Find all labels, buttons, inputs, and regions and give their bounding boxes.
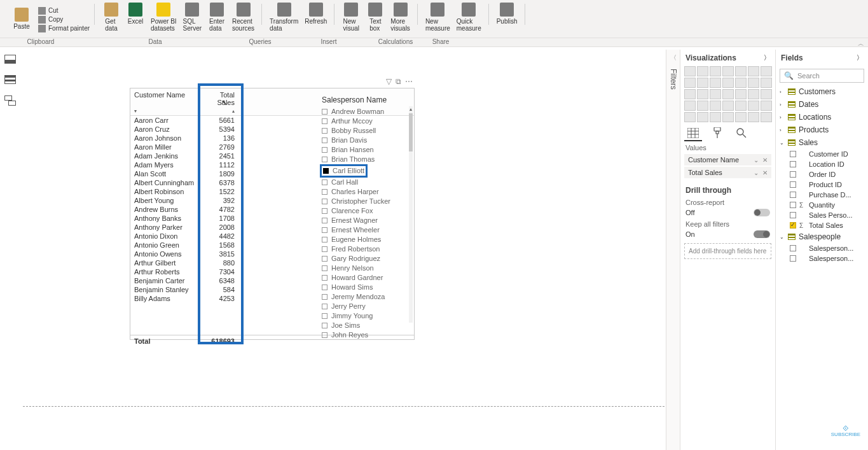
expand-filters-chevron[interactable]: 〈 xyxy=(670,53,677,62)
fields-search-input[interactable]: 🔍 Search xyxy=(780,69,864,83)
cut-button[interactable]: Cut xyxy=(38,7,90,15)
enter-data-button[interactable]: Enter data xyxy=(205,1,228,33)
more-visuals-button[interactable]: More visuals xyxy=(388,1,413,33)
field-item[interactable]: Purchase D... xyxy=(776,190,868,200)
slicer-option[interactable]: Christopher Tucker xyxy=(322,197,455,206)
new-measure-button[interactable]: New measure xyxy=(423,1,453,33)
viz-type-icon[interactable] xyxy=(748,89,759,99)
viz-type-icon[interactable] xyxy=(684,112,696,122)
focus-mode-icon[interactable]: ⧉ xyxy=(396,77,401,86)
slicer-visual[interactable]: Salesperson Name Andrew BowmanArthur Mcc… xyxy=(322,95,455,340)
slicer-option[interactable]: Ernest Wheeler xyxy=(322,225,455,235)
field-item[interactable]: ΣQuantity xyxy=(776,200,868,210)
viz-type-icon[interactable] xyxy=(761,101,772,111)
get-data-button[interactable]: Get data xyxy=(100,1,123,33)
recent-sources-button[interactable]: Recent sources xyxy=(230,1,257,33)
slicer-option[interactable]: Brian Thomas xyxy=(322,155,455,164)
remove-field-icon[interactable]: ✕ xyxy=(762,169,768,176)
slicer-option[interactable]: Howard Sims xyxy=(322,283,455,292)
field-checkbox[interactable] xyxy=(790,192,796,198)
slicer-option[interactable]: Clarence Fox xyxy=(322,206,455,216)
chevron-down-icon[interactable]: ⌄ xyxy=(754,169,759,176)
viz-type-icon[interactable] xyxy=(697,101,708,111)
field-checkbox[interactable] xyxy=(790,245,796,251)
collapse-viz-chevron[interactable]: 〉 xyxy=(764,53,770,62)
model-view-icon[interactable] xyxy=(4,95,16,104)
field-item[interactable]: Order ID xyxy=(776,169,868,179)
field-item[interactable]: Product ID xyxy=(776,179,868,190)
field-item[interactable]: Salesperson... xyxy=(776,253,868,264)
sql-server-button[interactable]: SQL Server xyxy=(181,1,204,33)
viz-type-icon[interactable] xyxy=(722,78,734,88)
slicer-option[interactable]: Henry Nelson xyxy=(322,264,455,273)
publish-button[interactable]: Publish xyxy=(494,1,520,26)
excel-button[interactable]: Excel xyxy=(124,1,147,33)
col-header-customer[interactable]: Customer Name▾ xyxy=(130,88,199,116)
quick-measure-button[interactable]: Quick measure xyxy=(454,1,484,33)
filter-icon[interactable]: ▽ xyxy=(386,77,392,86)
viz-type-icon[interactable] xyxy=(735,89,747,99)
slicer-option[interactable]: Andrew Bowman xyxy=(322,107,455,116)
slicer-option[interactable]: Eugene Holmes xyxy=(322,235,455,244)
field-checkbox[interactable] xyxy=(790,181,796,188)
viz-type-icon[interactable] xyxy=(748,78,759,88)
slicer-option[interactable]: Jeremy Mendoza xyxy=(322,292,455,302)
viz-type-icon[interactable] xyxy=(684,101,696,111)
collapse-ribbon-caret[interactable]: ︿ xyxy=(858,39,864,48)
viz-type-icon[interactable] xyxy=(697,78,708,88)
field-checkbox[interactable] xyxy=(790,171,796,178)
slicer-option[interactable]: Ernest Wagner xyxy=(322,216,455,225)
report-canvas[interactable]: ▽ ⧉ ⋯ Customer Name▾ Total Sales▴ Aaron … xyxy=(23,50,665,450)
viz-type-icon[interactable] xyxy=(684,66,696,76)
field-checkbox[interactable] xyxy=(790,151,796,157)
viz-type-icon[interactable] xyxy=(761,66,772,76)
format-tab-icon[interactable] xyxy=(711,127,724,139)
viz-type-icon[interactable] xyxy=(761,89,772,99)
field-table-header[interactable]: ›Products xyxy=(776,123,868,136)
slicer-option[interactable]: Brian Davis xyxy=(322,136,455,145)
viz-type-icon[interactable] xyxy=(710,89,721,99)
viz-type-icon[interactable] xyxy=(761,112,772,122)
field-item[interactable]: Customer ID xyxy=(776,149,868,159)
slicer-option[interactable]: Jimmy Young xyxy=(322,311,455,321)
report-view-icon[interactable] xyxy=(4,55,16,64)
chevron-down-icon[interactable]: ⌄ xyxy=(754,157,759,164)
copy-button[interactable]: Copy xyxy=(38,16,90,24)
field-table-header[interactable]: ›Dates xyxy=(776,98,868,111)
field-checkbox[interactable] xyxy=(790,202,796,208)
field-item[interactable]: Sales Perso... xyxy=(776,210,868,220)
viz-type-icon[interactable] xyxy=(748,101,759,111)
viz-type-icon[interactable] xyxy=(697,89,708,99)
slicer-option[interactable]: Fred Robertson xyxy=(322,244,455,254)
viz-type-icon[interactable] xyxy=(735,78,747,88)
viz-type-icon[interactable] xyxy=(722,66,734,76)
refresh-button[interactable]: Refresh xyxy=(302,1,329,33)
field-table-header[interactable]: ⌄Sales xyxy=(776,136,868,149)
viz-type-icon[interactable] xyxy=(697,66,708,76)
viz-type-icon[interactable] xyxy=(722,112,734,122)
slicer-option[interactable]: John Reyes xyxy=(322,330,455,340)
viz-type-icon[interactable] xyxy=(710,78,721,88)
more-options-icon[interactable]: ⋯ xyxy=(405,77,413,86)
viz-type-icon[interactable] xyxy=(748,112,759,122)
field-table-header[interactable]: ›Locations xyxy=(776,111,868,123)
slicer-option[interactable]: Joe Sims xyxy=(322,321,455,330)
field-item[interactable]: Location ID xyxy=(776,159,868,169)
data-view-icon[interactable] xyxy=(4,75,16,84)
collapse-fields-chevron[interactable]: 〉 xyxy=(857,53,863,62)
pbi-datasets-button[interactable]: Power BI datasets xyxy=(148,1,179,33)
cross-report-toggle[interactable] xyxy=(754,209,770,216)
field-checkbox[interactable] xyxy=(790,255,796,262)
drill-drop-zone[interactable]: Add drill-through fields here xyxy=(684,243,771,259)
slicer-option[interactable]: Howard Gardner xyxy=(322,273,455,283)
slicer-option[interactable]: Brian Hansen xyxy=(322,145,455,155)
field-checkbox[interactable] xyxy=(790,222,796,229)
viz-type-icon[interactable] xyxy=(722,89,734,99)
field-item[interactable]: ΣTotal Sales xyxy=(776,220,868,230)
viz-type-icon[interactable] xyxy=(748,66,759,76)
field-item[interactable]: Salesperson... xyxy=(776,243,868,253)
viz-type-icon[interactable] xyxy=(735,101,747,111)
viz-type-icon[interactable] xyxy=(761,78,772,88)
viz-type-icon[interactable] xyxy=(684,89,696,99)
viz-type-icon[interactable] xyxy=(710,112,721,122)
